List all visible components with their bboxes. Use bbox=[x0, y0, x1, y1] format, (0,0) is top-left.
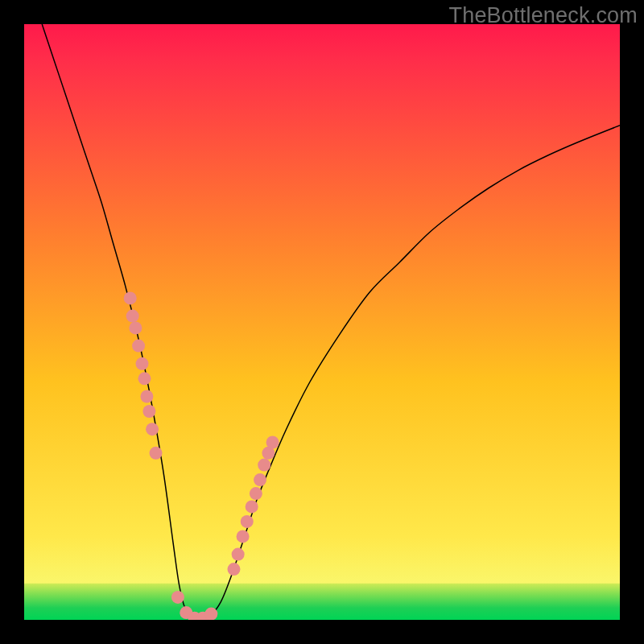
data-point bbox=[241, 515, 254, 528]
data-point bbox=[204, 608, 217, 620]
gradient-background bbox=[24, 24, 620, 620]
data-point bbox=[140, 390, 153, 403]
data-point bbox=[250, 487, 262, 500]
data-point bbox=[246, 500, 258, 513]
data-point bbox=[232, 548, 245, 561]
data-point bbox=[146, 423, 159, 436]
data-point bbox=[258, 459, 270, 472]
data-point bbox=[124, 291, 137, 304]
data-point bbox=[171, 591, 184, 604]
data-point bbox=[237, 530, 250, 543]
chart-container: TheBottleneck.com bbox=[0, 0, 644, 644]
data-point bbox=[150, 447, 163, 460]
data-point bbox=[126, 310, 139, 323]
data-point bbox=[136, 357, 149, 370]
data-point bbox=[138, 372, 151, 385]
watermark-text: TheBottleneck.com bbox=[448, 3, 638, 28]
data-point bbox=[266, 436, 279, 448]
data-point bbox=[132, 340, 145, 353]
data-point bbox=[227, 563, 240, 576]
bottleneck-chart bbox=[24, 24, 620, 620]
data-point bbox=[254, 473, 266, 486]
data-point bbox=[129, 321, 142, 334]
data-point bbox=[142, 405, 155, 418]
